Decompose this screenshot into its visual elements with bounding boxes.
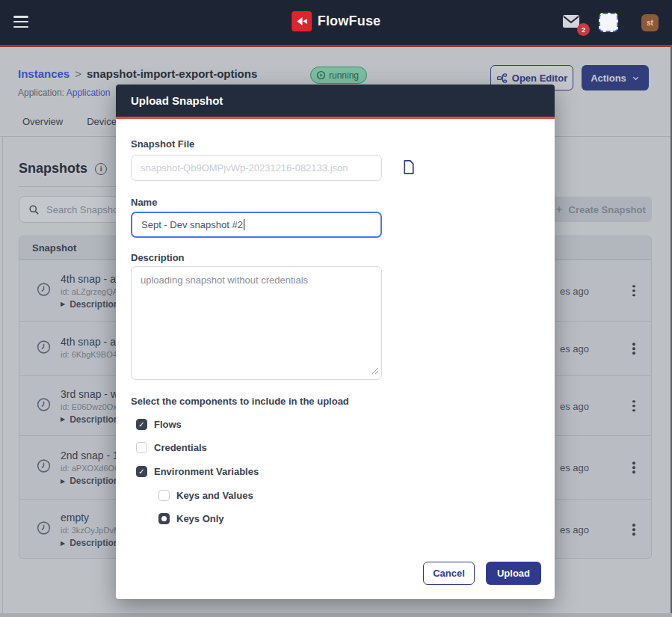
description-label: Description xyxy=(131,252,185,263)
flowfuse-logo-icon xyxy=(292,11,312,31)
hamburger-menu-icon[interactable] xyxy=(13,16,28,28)
brand: FlowFuse xyxy=(292,11,381,31)
option-keys-only[interactable]: Keys Only xyxy=(158,511,224,526)
name-input[interactable]: Sept - Dev snapshot #2 xyxy=(131,212,382,238)
snapshot-file-label: Snapshot File xyxy=(131,138,194,150)
file-picker-icon[interactable] xyxy=(400,159,417,179)
environment-variables-checkbox[interactable] xyxy=(136,466,147,477)
window-bottom-edge xyxy=(0,613,672,617)
option-flows[interactable]: Flows xyxy=(136,417,182,432)
flows-checkbox[interactable] xyxy=(136,419,147,430)
option-credentials[interactable]: Credentials xyxy=(136,440,207,455)
credentials-label: Credentials xyxy=(154,442,207,453)
name-input-value: Sept - Dev snapshot #2 xyxy=(141,219,243,230)
resize-handle-icon[interactable] xyxy=(372,366,379,377)
flows-label: Flows xyxy=(154,419,182,430)
upload-snapshot-modal: Upload Snapshot Snapshot File snapshot-Q… xyxy=(116,85,555,599)
description-value: uploading snapshot without credentials xyxy=(141,274,308,286)
upload-button[interactable]: Upload xyxy=(486,562,541,585)
modal-header: Upload Snapshot xyxy=(116,85,555,119)
app-window: FlowFuse 2 st Instances > snapshot-impor… xyxy=(0,0,672,617)
credentials-checkbox[interactable] xyxy=(136,442,147,453)
components-section-label: Select the components to include in the … xyxy=(131,396,349,407)
description-textarea[interactable]: uploading snapshot without credentials xyxy=(131,266,382,380)
user-avatar[interactable]: st xyxy=(641,14,659,31)
option-keys-and-values[interactable]: Keys and Values xyxy=(158,488,253,503)
environment-variables-label: Environment Variables xyxy=(154,466,259,477)
text-caret xyxy=(244,219,244,230)
snapshot-file-input[interactable]: snapshot-Qb9OMPjvWp-20231216-082133.json xyxy=(131,155,382,181)
top-navbar: FlowFuse 2 st xyxy=(0,0,672,45)
apps-grid-icon[interactable] xyxy=(599,13,618,32)
keys-and-values-checkbox[interactable] xyxy=(158,490,170,501)
name-label: Name xyxy=(131,197,157,208)
cancel-button[interactable]: Cancel xyxy=(423,562,475,585)
modal-title: Upload Snapshot xyxy=(131,94,223,107)
notification-count-badge: 2 xyxy=(577,23,590,36)
keys-only-label: Keys Only xyxy=(176,513,224,524)
option-environment-variables[interactable]: Environment Variables xyxy=(136,464,259,479)
snapshot-file-placeholder: snapshot-Qb9OMPjvWp-20231216-082133.json xyxy=(141,162,348,174)
keys-only-radio[interactable] xyxy=(158,513,170,524)
brand-name: FlowFuse xyxy=(318,13,381,29)
keys-and-values-label: Keys and Values xyxy=(176,490,253,501)
